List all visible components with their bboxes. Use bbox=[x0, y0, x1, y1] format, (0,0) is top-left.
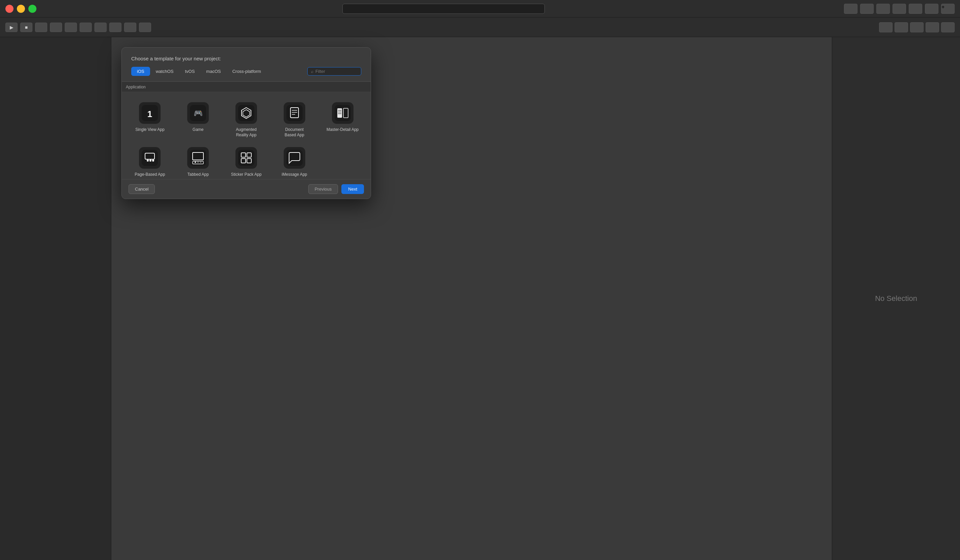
application-section-header: Application bbox=[122, 81, 371, 92]
search-icon: ⌕ bbox=[311, 69, 314, 74]
template-tabbed[interactable]: Tabbed App bbox=[174, 142, 222, 179]
new-project-dialog: Choose a template for your new project: … bbox=[122, 47, 371, 199]
inspector-btn-5[interactable] bbox=[941, 22, 955, 32]
toolbar-btn-6[interactable] bbox=[80, 22, 92, 32]
template-imessage[interactable]: iMessage App bbox=[270, 142, 318, 179]
titlebar: + bbox=[0, 0, 960, 18]
toolbar-btn-8[interactable] bbox=[109, 22, 122, 32]
previous-button[interactable]: Previous bbox=[308, 184, 338, 194]
tab-crossplatform[interactable]: Cross-platform bbox=[227, 67, 267, 76]
titlebar-center bbox=[43, 4, 844, 14]
toolbar-right bbox=[879, 22, 955, 32]
toolbar-btn-9[interactable] bbox=[124, 22, 136, 32]
single-view-icon: 1 bbox=[139, 102, 160, 124]
right-panel: No Selection bbox=[832, 37, 960, 560]
document-icon bbox=[284, 102, 305, 124]
toolbar-btn-3[interactable] bbox=[35, 22, 47, 32]
svg-rect-31 bbox=[238, 150, 254, 166]
main-layout: Choose a template for your new project: … bbox=[0, 37, 960, 560]
tabbed-icon bbox=[187, 147, 209, 169]
template-master-detail[interactable]: Master-Detail App bbox=[318, 98, 366, 142]
inspector-btn-4[interactable] bbox=[926, 22, 939, 32]
tabbed-label: Tabbed App bbox=[187, 172, 208, 178]
page-based-icon bbox=[139, 147, 160, 169]
toolbar-btn-4[interactable] bbox=[50, 22, 62, 32]
editor-btn-3[interactable] bbox=[876, 4, 890, 14]
dialog-footer: Cancel Previous Next bbox=[122, 179, 371, 199]
traffic-lights bbox=[5, 5, 37, 13]
template-document[interactable]: DocumentBased App bbox=[270, 98, 318, 142]
svg-rect-18 bbox=[142, 150, 158, 166]
template-game[interactable]: 🎮 Game bbox=[174, 98, 222, 142]
filter-input[interactable] bbox=[315, 69, 358, 74]
svg-text:🎮: 🎮 bbox=[194, 109, 203, 118]
template-scroll-area[interactable]: Application 1 Single View App bbox=[122, 81, 371, 179]
next-button[interactable]: Next bbox=[341, 184, 364, 194]
editor-btn-2[interactable] bbox=[860, 4, 874, 14]
run-button[interactable]: ▶ bbox=[5, 22, 18, 32]
game-icon: 🎮 bbox=[187, 102, 209, 124]
svg-point-30 bbox=[200, 162, 202, 163]
toolbar: ▶ ■ bbox=[0, 18, 960, 37]
maximize-button[interactable] bbox=[28, 5, 37, 13]
editor-btn-4[interactable] bbox=[893, 4, 906, 14]
sticker-pack-icon bbox=[235, 147, 257, 169]
application-grid: 1 Single View App 🎮 Game bbox=[122, 92, 371, 179]
imessage-label: iMessage App bbox=[282, 172, 307, 178]
svg-rect-13 bbox=[337, 108, 342, 118]
inspector-btn-2[interactable] bbox=[894, 22, 908, 32]
new-file-btn[interactable]: + bbox=[941, 4, 955, 14]
stop-button[interactable]: ■ bbox=[20, 22, 32, 32]
platform-tabs: iOS watchOS tvOS macOS Cross-platform ⌕ bbox=[131, 67, 361, 76]
svg-point-20 bbox=[149, 160, 152, 162]
inspector-btn-3[interactable] bbox=[910, 22, 923, 32]
svg-rect-12 bbox=[334, 105, 351, 121]
master-detail-label: Master-Detail App bbox=[326, 127, 358, 133]
page-based-label: Page-Based App bbox=[134, 172, 165, 178]
svg-point-28 bbox=[195, 162, 196, 163]
navigation-buttons: Previous Next bbox=[308, 184, 364, 194]
svg-point-21 bbox=[152, 160, 154, 162]
editor-btn-5[interactable] bbox=[909, 4, 922, 14]
template-sticker-pack[interactable]: Sticker Pack App bbox=[222, 142, 270, 179]
inspector-btn-1[interactable] bbox=[879, 22, 893, 32]
ar-label: AugmentedReality App bbox=[236, 127, 256, 138]
sidebar bbox=[0, 37, 111, 560]
filter-input-wrapper[interactable]: ⌕ bbox=[307, 67, 361, 75]
master-detail-icon bbox=[332, 102, 354, 124]
minimize-button[interactable] bbox=[17, 5, 25, 13]
close-button[interactable] bbox=[5, 5, 13, 13]
application-label: Application bbox=[126, 85, 146, 90]
content-area: Choose a template for your new project: … bbox=[111, 37, 832, 560]
svg-point-19 bbox=[147, 160, 149, 162]
tab-watchos[interactable]: watchOS bbox=[150, 67, 179, 76]
document-label: DocumentBased App bbox=[285, 127, 304, 138]
svg-point-29 bbox=[197, 162, 199, 163]
template-ar[interactable]: AugmentedReality App bbox=[222, 98, 270, 142]
imessage-icon bbox=[284, 147, 305, 169]
ar-icon bbox=[235, 102, 257, 124]
toolbar-btn-10[interactable] bbox=[139, 22, 151, 32]
template-single-view[interactable]: 1 Single View App bbox=[126, 98, 174, 142]
svg-text:1: 1 bbox=[147, 109, 152, 119]
no-selection-label: No Selection bbox=[875, 294, 917, 303]
cancel-button[interactable]: Cancel bbox=[128, 184, 155, 194]
toolbar-btn-7[interactable] bbox=[94, 22, 107, 32]
template-page-based[interactable]: Page-Based App bbox=[126, 142, 174, 179]
dialog-title: Choose a template for your new project: bbox=[131, 56, 361, 61]
titlebar-right: + bbox=[844, 4, 955, 14]
tab-ios[interactable]: iOS bbox=[131, 67, 150, 76]
editor-btn-6[interactable] bbox=[925, 4, 938, 14]
sticker-pack-label: Sticker Pack App bbox=[231, 172, 262, 178]
tab-macos[interactable]: macOS bbox=[200, 67, 226, 76]
single-view-label: Single View App bbox=[135, 127, 165, 133]
tab-tvos[interactable]: tvOS bbox=[179, 67, 200, 76]
scheme-selector[interactable] bbox=[342, 4, 545, 14]
toolbar-btn-5[interactable] bbox=[65, 22, 77, 32]
dialog-header: Choose a template for your new project: … bbox=[122, 48, 371, 81]
editor-btn-1[interactable] bbox=[844, 4, 858, 14]
game-label: Game bbox=[193, 127, 204, 133]
